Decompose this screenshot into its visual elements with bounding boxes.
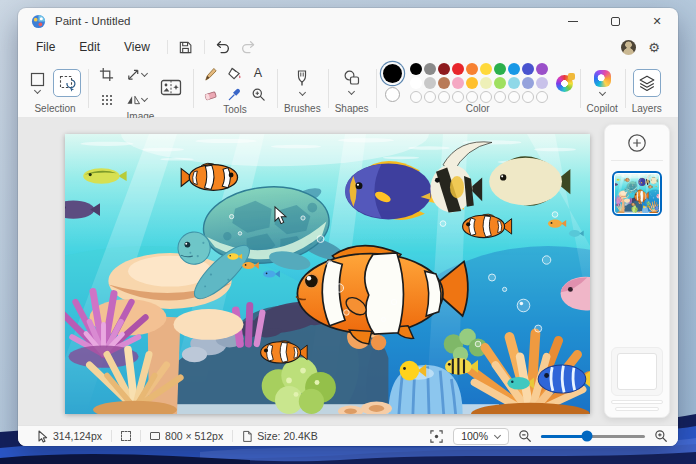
color-swatch[interactable] [452, 77, 464, 89]
pencil-button[interactable] [200, 63, 220, 83]
edit-colors-button[interactable] [556, 75, 573, 92]
color-swatch[interactable] [466, 77, 478, 89]
text-tool-button[interactable]: A [248, 63, 268, 83]
color-swatch[interactable] [522, 77, 534, 89]
add-layer-button[interactable] [627, 133, 647, 153]
magnifier-icon [251, 87, 266, 102]
color-swatch[interactable] [466, 91, 478, 103]
color-swatch[interactable] [410, 77, 422, 89]
minimize-button[interactable] [552, 8, 594, 34]
color-swatch[interactable] [536, 91, 548, 103]
color-swatch[interactable] [452, 63, 464, 75]
copilot-button[interactable] [594, 70, 611, 97]
layer-stack-edge [611, 400, 663, 404]
window-title: Paint - Untitled [55, 15, 130, 27]
toolbar-group-selection: Selection [22, 60, 88, 117]
menu-edit[interactable]: Edit [67, 37, 112, 57]
color-swatch[interactable] [480, 91, 492, 103]
color-swatch[interactable] [494, 63, 506, 75]
color-swatch[interactable] [424, 63, 436, 75]
chevron-down-icon [141, 96, 148, 103]
brush-icon [294, 69, 310, 87]
file-size-indicator: Size: 20.4KB [233, 430, 327, 442]
color-swatch[interactable] [452, 91, 464, 103]
background-layer-thumbnail [617, 353, 657, 390]
maximize-button[interactable] [594, 8, 636, 34]
titlebar[interactable]: Paint - Untitled ✕ [18, 8, 678, 34]
shapes-button[interactable] [343, 70, 360, 96]
layer-thumbnail-selected[interactable] [612, 171, 662, 216]
color-swatch[interactable] [438, 77, 450, 89]
selection-icon [121, 431, 131, 441]
select-tool-button[interactable] [29, 71, 46, 95]
color-swatch[interactable] [508, 63, 520, 75]
flip-button[interactable] [121, 88, 153, 111]
brushes-button[interactable] [294, 69, 310, 97]
color-picker-button[interactable] [224, 84, 244, 104]
group-label: Tools [223, 104, 246, 117]
color-swatch[interactable] [410, 63, 422, 75]
color-swatch[interactable] [508, 77, 520, 89]
canvas[interactable] [65, 134, 590, 414]
rotate-button[interactable] [95, 88, 118, 111]
canvas-size-indicator: 800 × 512px [141, 430, 232, 442]
color-swatch[interactable] [508, 91, 520, 103]
magnifier-button[interactable] [248, 84, 268, 104]
zoom-out-button[interactable] [518, 429, 532, 443]
shapes-icon [343, 70, 360, 86]
crop-icon [99, 67, 114, 82]
color-swatch[interactable] [494, 91, 506, 103]
save-button[interactable] [173, 36, 199, 58]
close-button[interactable]: ✕ [636, 8, 678, 34]
color-swatch[interactable] [410, 91, 422, 103]
free-select-icon [58, 74, 76, 92]
toolbar-group-shapes: Shapes [328, 60, 376, 117]
canvas-image-underwater-scene [65, 134, 590, 414]
layer-thumbnail-art [615, 174, 659, 213]
color-swatch[interactable] [466, 63, 478, 75]
group-label: Copilot [587, 103, 618, 116]
remove-background-button[interactable] [156, 72, 186, 102]
redo-button[interactable] [236, 36, 262, 58]
toolbar-group-color: Color [376, 60, 580, 117]
eraser-button[interactable] [200, 84, 220, 104]
zoom-in-button[interactable] [654, 429, 668, 443]
flip-icon [126, 93, 141, 106]
layers-button[interactable] [633, 69, 661, 97]
color-swatch[interactable] [480, 77, 492, 89]
layer-stack-edge [615, 407, 659, 411]
fill-button[interactable] [224, 63, 244, 83]
chevron-down-icon[interactable] [34, 88, 41, 95]
background-layer-card[interactable] [611, 347, 663, 396]
zoom-level-dropdown[interactable]: 100% [453, 428, 509, 445]
color-swatch[interactable] [480, 63, 492, 75]
statusbar: 314,124px 800 × 512px Size: 20.4KB 100% [18, 425, 678, 446]
crop-button[interactable] [95, 63, 118, 86]
color-swatch[interactable] [438, 91, 450, 103]
divider [167, 40, 168, 54]
settings-gear-icon[interactable]: ⚙ [648, 41, 660, 54]
group-label: Layers [632, 103, 662, 116]
color-swatch[interactable] [438, 63, 450, 75]
foreground-color-well[interactable] [383, 64, 402, 83]
zoom-slider-thumb[interactable] [581, 431, 592, 442]
menu-view[interactable]: View [112, 37, 162, 57]
account-avatar[interactable] [621, 40, 636, 55]
color-swatch[interactable] [522, 91, 534, 103]
color-swatch[interactable] [494, 77, 506, 89]
fit-to-screen-button[interactable] [429, 429, 444, 444]
zoom-slider[interactable] [541, 435, 645, 438]
workspace [18, 118, 678, 425]
background-color-well[interactable] [385, 87, 400, 102]
color-swatch[interactable] [424, 91, 436, 103]
color-swatch[interactable] [536, 77, 548, 89]
redo-icon [240, 40, 257, 54]
undo-button[interactable] [210, 36, 236, 58]
active-selection-tool-button[interactable] [53, 69, 81, 97]
menu-file[interactable]: File [24, 37, 67, 57]
color-swatch[interactable] [424, 77, 436, 89]
color-swatch[interactable] [522, 63, 534, 75]
resize-button[interactable] [121, 63, 153, 86]
layers-panel [604, 124, 670, 418]
color-swatch[interactable] [536, 63, 548, 75]
